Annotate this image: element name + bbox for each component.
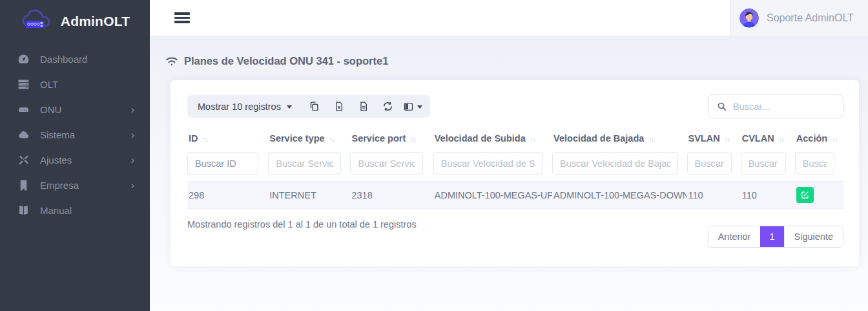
sort-icon: ↑↓ (648, 135, 654, 143)
page-length-dropdown[interactable]: Mostrar 10 registros (198, 102, 302, 112)
onu-device-icon (17, 103, 30, 116)
sort-icon: ↑↓ (832, 135, 837, 143)
column-header-svlan[interactable]: SVLAN↑↓ (687, 126, 741, 151)
filter-input-cvlan[interactable] (741, 152, 786, 175)
page-title-row: Planes de Velocidad ONU 341 - soporte1 (165, 55, 859, 67)
pagination-page-1[interactable]: 1 (760, 226, 783, 247)
search-input[interactable] (733, 102, 835, 112)
sidebar-item-empresa[interactable]: Empresa › (0, 173, 150, 198)
filter-input-vel-subida[interactable] (433, 152, 543, 175)
column-header-service-type[interactable]: Service type↑↓ (268, 126, 350, 151)
content: Planes de Velocidad ONU 341 - soporte1 M… (150, 36, 868, 311)
cell-service-type: INTERNET (268, 182, 350, 209)
table-footer: Mostrando registros del 1 al 1 de un tot… (187, 219, 843, 248)
sidebar-item-onu[interactable]: ONU › (0, 97, 150, 122)
caret-down-icon (417, 105, 422, 109)
filter-input-id[interactable] (187, 152, 258, 175)
wifi-icon (165, 56, 178, 67)
caret-down-icon (287, 105, 292, 109)
main-area: Soporte AdminOLT Planes de Velocidad ONU… (150, 0, 868, 311)
toolbar-button-group: Mostrar 10 registros (187, 95, 430, 118)
cell-vel-bajada: ADMINOLT-100-MEGAS-DOWN (552, 182, 687, 209)
cell-service-port: 2318 (350, 182, 433, 209)
pagination-prev-button[interactable]: Anterior (708, 226, 761, 247)
page-length-label: Mostrar 10 registros (198, 102, 281, 112)
chevron-right-icon: › (131, 180, 134, 191)
sidebar-item-dashboard[interactable]: Dashboard (0, 47, 150, 72)
page-title: Planes de Velocidad ONU 341 - soporte1 (184, 55, 388, 67)
edit-button[interactable] (796, 187, 814, 203)
export-excel-button[interactable] (327, 95, 351, 118)
topbar: Soporte AdminOLT (150, 0, 868, 36)
pagination-next-button[interactable]: Siguiente (784, 226, 843, 247)
column-visibility-button[interactable] (400, 95, 425, 118)
sidebar-item-label: Manual (40, 205, 72, 216)
column-header-vel-bajada[interactable]: Velocidad de Bajada↑↓ (552, 126, 687, 151)
user-menu[interactable]: Soporte AdminOLT (730, 0, 868, 36)
sidebar-item-ajustes[interactable]: Ajustes › (0, 147, 150, 173)
filter-input-svlan[interactable] (687, 152, 732, 175)
column-header-accion[interactable]: Acción↑↓ (795, 126, 843, 151)
table-search (708, 94, 843, 118)
sidebar-item-label: OLT (40, 79, 58, 90)
app-title: AdminOLT (61, 14, 130, 29)
excel-file-icon (334, 101, 344, 112)
column-header-id[interactable]: ID↑↓ (187, 126, 268, 151)
column-header-vel-subida[interactable]: Velocidad de Subida↑↓ (433, 126, 552, 151)
copy-icon (309, 101, 320, 112)
olt-server-icon (17, 78, 30, 91)
sidebar-item-label: Dashboard (40, 54, 87, 65)
filter-input-accion[interactable] (795, 152, 834, 175)
sidebar-menu: Dashboard OLT ONU › Sistema › Aj (0, 38, 150, 223)
plans-table: ID↑↓ Service type↑↓ Service port↑↓ Veloc… (187, 126, 843, 209)
cell-accion (795, 182, 843, 209)
datatable-card: Mostrar 10 registros (170, 80, 859, 266)
table-row: 298 INTERNET 2318 ADMINOLT-100-MEGAS-UP … (187, 182, 843, 209)
sidebar-item-label: ONU (40, 104, 61, 115)
sort-icon: ↑↓ (779, 135, 784, 143)
cell-vel-subida: ADMINOLT-100-MEGAS-UP (433, 182, 552, 209)
table-filter-row (187, 151, 843, 182)
app-logo[interactable]: AdminOLT (0, 0, 150, 38)
file-lines-icon (358, 101, 369, 112)
chevron-right-icon: › (131, 105, 134, 115)
building-icon (17, 179, 30, 191)
chevron-right-icon: › (131, 130, 134, 140)
avatar (739, 8, 759, 28)
search-icon (717, 102, 727, 111)
sidebar-item-olt[interactable]: OLT (0, 72, 150, 97)
pagination: Anterior 1 Siguiente (708, 226, 843, 248)
cloud-icon (17, 129, 30, 141)
dashboard-icon (17, 53, 30, 65)
chevron-right-icon: › (131, 155, 134, 166)
table-header-row: ID↑↓ Service type↑↓ Service port↑↓ Veloc… (187, 126, 843, 151)
hamburger-menu-button[interactable] (174, 10, 190, 25)
sidebar-item-manual[interactable]: Manual (0, 198, 150, 223)
table-toolbar: Mostrar 10 registros (187, 94, 843, 118)
cell-cvlan: 110 (741, 182, 795, 209)
records-info: Mostrando registros del 1 al 1 de un tot… (187, 219, 417, 230)
column-header-cvlan[interactable]: CVLAN↑↓ (741, 126, 795, 151)
sort-icon: ↑↓ (725, 135, 730, 143)
sidebar-item-label: Sistema (40, 129, 75, 140)
user-name: Soporte AdminOLT (767, 12, 854, 24)
cloud-olt-logo-icon (20, 9, 55, 34)
sidebar-item-sistema[interactable]: Sistema › (0, 122, 150, 147)
filter-input-service-port[interactable] (350, 152, 423, 175)
cell-id: 298 (187, 182, 268, 209)
filter-input-service-type[interactable] (268, 152, 341, 175)
sort-icon: ↑↓ (203, 135, 208, 143)
filter-input-vel-bajada[interactable] (552, 152, 677, 175)
column-header-service-port[interactable]: Service port↑↓ (350, 126, 433, 151)
sidebar: AdminOLT Dashboard OLT ONU › Sistema (0, 0, 150, 311)
columns-icon (403, 102, 414, 112)
sidebar-item-label: Ajustes (40, 155, 72, 166)
sidebar-item-label: Empresa (40, 180, 79, 191)
refresh-icon (382, 101, 393, 112)
edit-icon (801, 191, 809, 199)
export-file-button[interactable] (351, 95, 376, 118)
book-icon (17, 204, 30, 217)
refresh-button[interactable] (376, 95, 400, 118)
sort-icon: ↑↓ (329, 135, 335, 143)
copy-button[interactable] (302, 95, 327, 118)
